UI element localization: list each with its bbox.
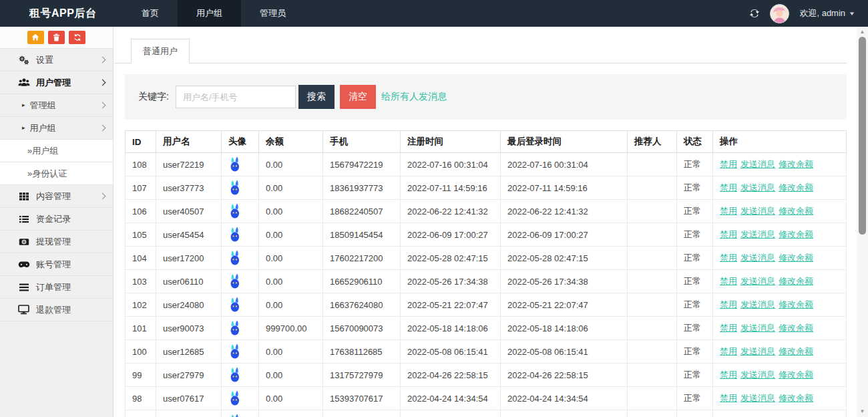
action-link-edit-balance[interactable]: 修改余额 (779, 206, 813, 216)
recycle-icon (73, 33, 81, 41)
cell-status: 正常 (677, 247, 713, 270)
action-link-edit-balance[interactable]: 修改余额 (779, 229, 813, 239)
cell-avatar (222, 340, 259, 364)
action-link-send-message[interactable]: 发送消息 (740, 253, 775, 263)
trash-icon (53, 33, 60, 41)
sidebar-item-6[interactable]: »身份认证 (0, 162, 113, 185)
user-avatar[interactable] (770, 4, 789, 23)
scrollbar-up-arrow-icon[interactable]: ▲ (857, 28, 868, 36)
cell-registered: 2022-05-08 06:15:41 (401, 340, 501, 364)
scrollbar-down-arrow-icon[interactable]: ▼ (857, 408, 868, 416)
nav-item-2[interactable]: 用户组 (178, 0, 241, 27)
sidebar-item-7[interactable]: 内容管理 (0, 185, 113, 208)
action-link-disable[interactable]: 禁用 (720, 393, 737, 403)
sidebar-item-11[interactable]: 订单管理 (0, 276, 113, 299)
action-link-edit-balance[interactable]: 修改余额 (779, 299, 813, 309)
action-link-disable[interactable]: 禁用 (720, 159, 737, 169)
cell-username: user72219 (156, 153, 222, 176)
home-button[interactable] (27, 31, 44, 44)
cell-balance: 0.00 (259, 293, 323, 317)
cell-phone (323, 410, 401, 417)
cell-id: 104 (126, 247, 156, 270)
action-link-send-message[interactable]: 发送消息 (740, 393, 775, 403)
search-button[interactable]: 搜索 (298, 85, 335, 109)
sidebar-item-1[interactable]: 设置 (0, 49, 113, 72)
cell-actions: 禁用发送消息修改余额 (713, 410, 847, 417)
action-link-edit-balance[interactable]: 修改余额 (779, 370, 813, 380)
action-link-edit-balance[interactable]: 修改余额 (779, 346, 813, 356)
welcome-dropdown[interactable]: 欢迎, admin ▼ (799, 7, 855, 19)
action-link-send-message[interactable]: 发送消息 (740, 206, 775, 216)
chevron-right-icon (99, 80, 106, 86)
action-link-edit-balance[interactable]: 修改余额 (779, 393, 813, 403)
navbar-right: 欢迎, admin ▼ (749, 4, 868, 23)
action-link-send-message[interactable]: 发送消息 (740, 276, 775, 286)
desktop-icon (17, 305, 30, 315)
action-link-send-message[interactable]: 发送消息 (740, 299, 775, 309)
search-input[interactable] (176, 86, 296, 108)
tab-normal-users[interactable]: 普通用户 (131, 39, 190, 63)
sidebar-item-10[interactable]: 账号管理 (0, 253, 113, 276)
column-header: 手机 (323, 131, 401, 153)
cell-referrer (628, 247, 677, 270)
action-link-send-message[interactable]: 发送消息 (740, 159, 775, 169)
action-link-edit-balance[interactable]: 修改余额 (779, 323, 813, 333)
trash-button[interactable] (48, 31, 65, 44)
cell-last_login: 2022-04-26 22:58:15 (501, 364, 628, 387)
action-link-send-message[interactable]: 发送消息 (740, 346, 775, 356)
nav-item-1[interactable]: 首页 (123, 0, 178, 27)
cell-phone: 13175727979 (323, 364, 401, 387)
action-link-edit-balance[interactable]: 修改余额 (779, 182, 813, 192)
table-row: 102user240800.00166376240802022-05-21 22… (126, 293, 847, 317)
action-link-edit-balance[interactable]: 修改余额 (779, 253, 813, 263)
action-link-disable[interactable]: 禁用 (720, 299, 737, 309)
chevron-right-icon (99, 193, 106, 200)
welcome-text: 欢迎, admin (799, 7, 845, 19)
cell-status: 正常 (677, 176, 713, 200)
action-link-edit-balance[interactable]: 修改余额 (779, 276, 813, 286)
gears-icon (17, 54, 30, 65)
action-link-disable[interactable]: 禁用 (720, 253, 737, 263)
action-link-send-message[interactable]: 发送消息 (740, 182, 775, 192)
users-icon (17, 78, 30, 88)
vertical-scrollbar[interactable]: ▲ ▼ (857, 27, 868, 417)
action-link-disable[interactable]: 禁用 (720, 346, 737, 356)
clear-button[interactable]: 清空 (340, 85, 376, 109)
cell-username: user27979 (156, 364, 222, 387)
nav-item-3[interactable]: 管理员 (241, 0, 304, 27)
cell-username: user90073 (156, 317, 222, 340)
scrollbar-thumb[interactable] (859, 37, 866, 235)
action-link-disable[interactable]: 禁用 (720, 206, 737, 216)
action-link-edit-balance[interactable]: 修改余额 (779, 159, 813, 169)
action-link-disable[interactable]: 禁用 (720, 182, 737, 192)
refresh-icon[interactable] (749, 8, 760, 19)
cell-id: 98 (126, 387, 156, 410)
column-header: 头像 (222, 131, 259, 153)
cell-status: 正常 (677, 293, 713, 317)
action-link-send-message[interactable]: 发送消息 (740, 229, 775, 239)
table-body: 108user722190.00156794722192022-07-16 00… (126, 153, 847, 417)
action-link-send-message[interactable]: 发送消息 (740, 370, 775, 380)
sidebar-item-5[interactable]: »用户组 (0, 140, 113, 162)
triangle-right-icon: ▸ (22, 125, 25, 131)
cell-id: 108 (126, 153, 156, 176)
action-link-disable[interactable]: 禁用 (720, 229, 737, 239)
sidebar-item-8[interactable]: 资金记录 (0, 208, 113, 231)
recycle-button[interactable] (69, 31, 85, 44)
rabbit-avatar-icon (228, 273, 242, 289)
action-link-disable[interactable]: 禁用 (720, 323, 737, 333)
action-link-disable[interactable]: 禁用 (720, 370, 737, 380)
broadcast-message-link[interactable]: 给所有人发消息 (381, 91, 447, 103)
cell-balance (259, 410, 323, 417)
sidebar-item-4[interactable]: ▸用户组 (0, 117, 113, 140)
cell-avatar (222, 247, 259, 270)
action-link-disable[interactable]: 禁用 (720, 276, 737, 286)
sidebar-item-9[interactable]: 提现管理 (0, 231, 113, 253)
sidebar-item-2[interactable]: 用户管理 (0, 72, 113, 94)
sidebar-item-12[interactable]: 退款管理 (0, 299, 113, 321)
cell-username: user06110 (156, 270, 222, 293)
sidebar-item-3[interactable]: ▸管理组 (0, 94, 113, 117)
action-link-send-message[interactable]: 发送消息 (740, 323, 775, 333)
sidebar-item-label: 设置 (36, 54, 53, 66)
cell-last_login: 2022-06-22 12:41:32 (501, 200, 628, 223)
